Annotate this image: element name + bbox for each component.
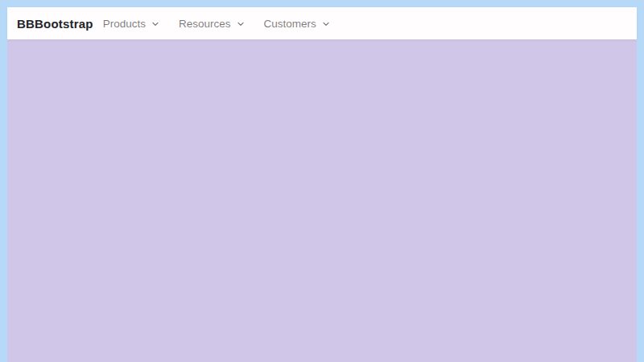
chevron-down-icon (151, 20, 159, 28)
navbar-brand[interactable]: BBBootstrap (17, 17, 93, 31)
chevron-down-icon (322, 20, 330, 28)
navbar: BBBootstrap Products Resources (7, 7, 637, 39)
nav-item-products-label: Products (103, 18, 146, 30)
hero-section (7, 39, 637, 362)
chevron-down-icon (237, 20, 245, 28)
navbar-menu: Products Resources Customers (93, 11, 340, 36)
nav-item-products[interactable]: Products (93, 11, 169, 36)
nav-item-customers-label: Customers (264, 18, 316, 30)
page-container: BBBootstrap Products Resources (7, 7, 637, 362)
nav-item-resources[interactable]: Resources (169, 11, 254, 36)
nav-item-customers[interactable]: Customers (254, 11, 340, 36)
nav-item-resources-label: Resources (179, 18, 231, 30)
